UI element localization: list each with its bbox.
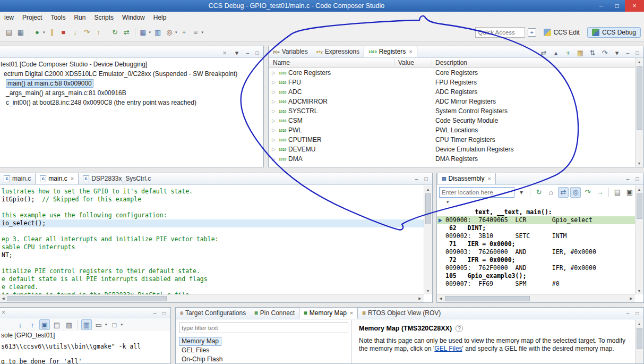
close-icon[interactable]: × xyxy=(2,309,5,316)
disassembly-line[interactable]: 009003: 76260000 AND IER, #0x0000 xyxy=(437,248,635,256)
restart-icon[interactable]: ↻ xyxy=(110,27,121,38)
register-row[interactable]: ▷1010Core RegistersCore Registers xyxy=(269,68,635,78)
suspend-icon[interactable]: ∥ xyxy=(47,27,57,38)
minimize-view-icon[interactable]: – xyxy=(412,174,421,183)
display-selected-console-icon[interactable]: ▭ xyxy=(93,319,104,330)
refresh-icon[interactable]: ⇄ xyxy=(122,27,132,38)
disassembly-line[interactable]: 71 IER = 0x0000; xyxy=(437,240,635,248)
step-into-icon[interactable]: ↓ xyxy=(70,27,81,38)
location-input[interactable] xyxy=(439,187,514,198)
debug-launch-icon-dropdown[interactable]: ▾ xyxy=(43,30,45,35)
menu-run[interactable]: Run xyxy=(70,12,90,23)
step-icon[interactable]: ↷ xyxy=(582,187,593,198)
probe-icon[interactable]: + xyxy=(179,27,190,38)
new-file-icon[interactable]: ▤ xyxy=(4,27,14,38)
home-icon[interactable]: ⌂ xyxy=(546,187,556,198)
close-icon[interactable]: × xyxy=(409,48,412,55)
tab-disassembly[interactable]: ▤ Disassembly × xyxy=(437,173,496,184)
column-header-name[interactable]: Name xyxy=(269,59,395,66)
menu-project[interactable]: Project xyxy=(18,12,46,23)
code-line[interactable]: itGpio(); // Skipped for this example xyxy=(0,196,424,204)
register-row[interactable]: ▷1010ADCADC Registers xyxy=(269,87,635,97)
registers-scrollbar[interactable]: ▲ ▼ xyxy=(635,58,643,167)
debug-frame[interactable]: c_int00() at boot28.inc:248 0x0090C8 (th… xyxy=(0,98,263,107)
register-row[interactable]: ▷1010CSMCode Security Module xyxy=(269,116,635,125)
clear-console-icon[interactable]: ▥ xyxy=(64,319,74,330)
editor-vscrollbar[interactable]: ▲ ▼ xyxy=(424,185,432,294)
memory-map-scrollbar[interactable]: ▲ xyxy=(635,320,643,363)
word-wrap-icon[interactable]: ▤ xyxy=(51,319,62,330)
close-icon[interactable]: × xyxy=(71,175,74,182)
minimize-view-icon[interactable]: – xyxy=(623,309,632,317)
code-line[interactable]: ep 3. Clear all interrupts and initializ… xyxy=(0,235,424,243)
pin-icon-dropdown[interactable]: ▾ xyxy=(202,30,204,35)
maximize-view-icon[interactable]: □ xyxy=(633,309,642,317)
gel-files-link[interactable]: GEL Files xyxy=(434,345,462,352)
disassembly-line[interactable]: 009007: FF69 SPM #0 xyxy=(437,280,635,288)
editor-tab-dsp2833x-sysctrl-c[interactable]: cDSP2833x_SysCtrl.c xyxy=(79,173,155,184)
collapse-all-icon[interactable]: ▴ xyxy=(551,47,561,58)
debug-frame[interactable]: test01 [Code Composer Studio - Device De… xyxy=(0,60,263,69)
close-icon[interactable]: × xyxy=(625,0,644,12)
view-menu-icon[interactable]: ▾ xyxy=(612,47,622,58)
menu-window[interactable]: Window xyxy=(118,12,149,23)
minimize-view-icon[interactable]: – xyxy=(243,48,252,57)
disassembly-line[interactable]: 009005: 762F0000 AND IFR, #0x0000 xyxy=(437,264,635,272)
disassembly-listing[interactable]: text, __text, main():009000: 76409065 LC… xyxy=(437,208,635,294)
scroll-down-icon[interactable]: ↓ xyxy=(15,319,25,330)
view-menu-icon[interactable]: ▾ xyxy=(231,47,242,58)
save-icon[interactable]: ▦ xyxy=(15,27,26,38)
code-line[interactable] xyxy=(0,227,424,235)
open-console-icon-dropdown[interactable]: ▾ xyxy=(121,323,123,327)
debug-frame[interactable]: _args_main() at args_main.c:81 0x00916B xyxy=(0,88,263,98)
code-line[interactable]: e default state is all PIE interrupts di… xyxy=(0,275,424,283)
register-row[interactable]: ▷1010FPUFPU Registers xyxy=(269,78,635,87)
close-icon[interactable]: × xyxy=(350,310,353,316)
new-view-icon[interactable]: ▤ xyxy=(612,187,623,198)
target-icon-dropdown[interactable]: ▾ xyxy=(175,30,177,35)
show-type-names-icon[interactable]: ⇄ xyxy=(538,47,549,58)
minimize-view-icon[interactable]: – xyxy=(623,48,632,57)
snapshot-icon[interactable]: ▦ xyxy=(575,47,586,58)
code-line[interactable]: NT; xyxy=(0,251,424,259)
menu-iew[interactable]: iew xyxy=(0,12,18,23)
menu-tools[interactable]: Tools xyxy=(46,12,70,23)
registers-tab-variables[interactable]: (x)=Variables xyxy=(269,46,312,57)
console-output[interactable]: s613\\ccsv6\\utils\\bin\\gmake" -k all g… xyxy=(0,340,170,364)
expander-icon[interactable]: ▷ xyxy=(272,99,279,104)
register-row[interactable]: ▷1010CPUTIMERCPU Timer Registers xyxy=(269,135,635,145)
disassembly-line[interactable]: 009002: 3B10 SETC INTM xyxy=(437,232,635,240)
memory-map-tab-pin-connect[interactable]: ▤Pin Connect xyxy=(250,307,299,319)
link-debug-context-icon[interactable]: ⇄ xyxy=(558,187,569,198)
minimize-view-icon[interactable]: – xyxy=(623,174,632,183)
disassembly-line[interactable]: 009000: 76409065 LCR Gpio_select xyxy=(437,216,635,224)
code-line[interactable]: this example use the following configura… xyxy=(0,211,424,219)
filter-input[interactable] xyxy=(179,323,348,333)
expander-icon[interactable]: ▷ xyxy=(272,137,279,142)
column-header-value[interactable]: Value xyxy=(395,59,432,66)
minimize-icon[interactable]: – xyxy=(593,0,609,12)
step-over-icon[interactable]: ↷ xyxy=(82,27,92,38)
help-icon[interactable]: ? xyxy=(456,325,463,332)
code-line[interactable]: sable CPU interrupts xyxy=(0,243,424,251)
expander-icon[interactable]: ▷ xyxy=(272,147,279,152)
menu-help[interactable]: Help xyxy=(149,12,171,23)
register-row[interactable]: ▷1010SYSCTRLSystem Control Registers xyxy=(269,106,635,116)
code-line[interactable]: io_select(); xyxy=(0,219,424,227)
registers-tab-registers[interactable]: 1010Registers× xyxy=(364,46,417,57)
import-icon[interactable]: ⇅ xyxy=(587,47,598,58)
step-return-icon[interactable]: ↑ xyxy=(93,27,104,38)
maximize-view-icon[interactable]: □ xyxy=(422,174,431,183)
run-to-line-icon[interactable]: → xyxy=(595,187,605,198)
code-line[interactable] xyxy=(0,204,424,211)
breadcrumb-caret-icon[interactable]: ▾ xyxy=(437,199,643,208)
pin-console-icon[interactable]: ▦ xyxy=(81,319,92,330)
export-icon[interactable]: ↷ xyxy=(599,47,610,58)
expander-icon[interactable]: ▷ xyxy=(272,128,279,133)
refresh-icon[interactable]: ↻ xyxy=(534,187,544,198)
expander-icon[interactable]: ▷ xyxy=(272,108,279,114)
code-line[interactable]: itialize PIE control registers to their … xyxy=(0,267,424,275)
menu-scripts[interactable]: Scripts xyxy=(90,12,118,23)
location-history-icon[interactable]: ▾ xyxy=(516,187,527,198)
tree-item-memory-map[interactable]: Memory Map xyxy=(179,337,221,346)
